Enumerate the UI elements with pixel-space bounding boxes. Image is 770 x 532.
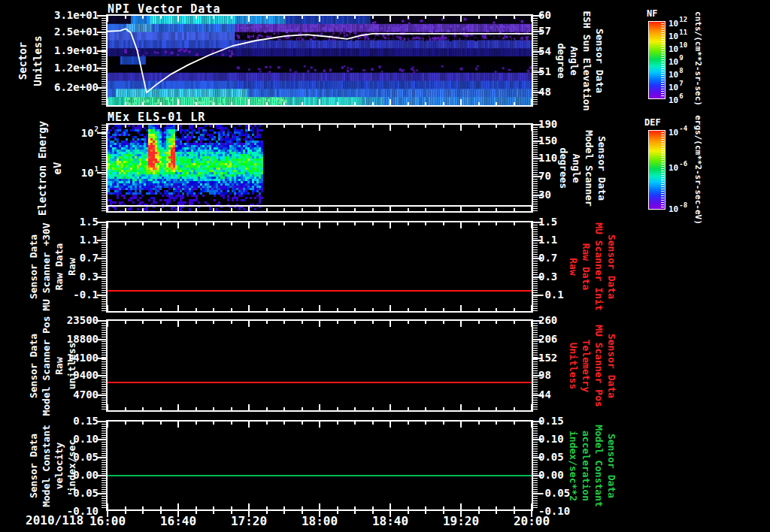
x-tick-top [196, 16, 197, 19]
y-axis-title-left-panel4: Sensor Data Model Scanner Pos Raw unitle… [27, 316, 78, 416]
x-tick-top [408, 321, 409, 324]
y-minor-ticks-right [533, 422, 538, 509]
x-tick-top [231, 125, 232, 128]
x-axis-tick [460, 511, 462, 517]
x-tick-top [390, 125, 391, 131]
x-tick-bottom [177, 205, 179, 211]
x-tick-top [337, 125, 338, 128]
y-axis-title-right-panel2: Sensor Data Model Scanner Angle degrees [557, 130, 608, 207]
x-tick-bottom [231, 208, 232, 211]
x-tick-top [425, 422, 426, 425]
data-line-panel5 [108, 475, 532, 476]
y-tick-label-right: 110 [538, 152, 557, 164]
x-tick-top [372, 125, 374, 128]
x-tick-bottom [142, 102, 144, 105]
x-tick-bottom [213, 102, 214, 105]
x-tick-top [248, 125, 250, 131]
x-tick-top [496, 16, 497, 19]
x-axis-tick [142, 511, 144, 514]
x-tick-top [319, 16, 320, 22]
x-axis-tick [283, 511, 285, 514]
x-tick-top [425, 321, 426, 324]
x-tick-top [408, 222, 409, 225]
x-tick-top [177, 422, 179, 428]
x-tick-top [425, 222, 426, 225]
x-tick-bottom [248, 404, 250, 410]
x-tick-bottom [302, 102, 303, 105]
y-tick-label-right: 54 [538, 45, 551, 57]
x-tick-bottom [266, 102, 268, 105]
x-tick-bottom [107, 205, 108, 211]
y-tick-label-right: 0.10 [538, 433, 564, 445]
x-axis-tick [531, 511, 532, 517]
x-axis-tick [390, 511, 391, 517]
x-tick-bottom [302, 407, 303, 410]
colorbar-tick-label: 106 [668, 93, 684, 105]
x-tick-bottom [408, 308, 409, 311]
x-tick-bottom [337, 208, 338, 211]
x-axis-tick [514, 511, 515, 514]
x-tick-top [283, 422, 285, 425]
x-tick-top [478, 125, 480, 128]
x-tick-bottom [354, 407, 356, 410]
x-axis-tick [408, 511, 409, 514]
x-tick-top [107, 321, 108, 327]
x-axis-tick [125, 511, 126, 514]
figure-root: NPI Vector Data MEx ELS-01 LR 2010/118 N… [0, 0, 770, 532]
x-tick-top [531, 321, 532, 327]
x-tick-top [283, 125, 285, 128]
x-tick-top [354, 422, 356, 425]
x-tick-top [425, 125, 426, 128]
y-axis-title-left-panel1: Sector Unitless [15, 35, 45, 86]
x-tick-bottom [443, 308, 444, 311]
colorbar-def-title: DEF [644, 118, 661, 128]
x-tick-top [248, 321, 250, 327]
x-tick-top [514, 321, 515, 324]
x-tick-top [460, 125, 462, 131]
x-tick-top [514, 16, 515, 19]
x-tick-top [390, 16, 391, 22]
x-tick-bottom [408, 208, 409, 211]
x-tick-top [478, 422, 480, 425]
x-tick-bottom [125, 308, 126, 311]
x-tick-top [160, 321, 162, 324]
x-tick-bottom [531, 503, 532, 509]
x-tick-top [142, 16, 144, 19]
colorbar-tick-label: 1012 [668, 17, 687, 29]
x-tick-top [443, 125, 444, 128]
x-tick-bottom [107, 99, 108, 105]
x-tick-bottom [319, 305, 320, 311]
x-tick-top [142, 125, 144, 128]
x-tick-bottom [372, 308, 374, 311]
x-tick-top [496, 125, 497, 128]
x-tick-bottom [283, 506, 285, 509]
colorbar-tick-label: 1011 [668, 29, 687, 41]
y-tick-label-right: 150 [538, 135, 557, 147]
x-tick-top [302, 222, 303, 225]
data-line-panel3 [108, 290, 532, 292]
exponent: -4 [679, 125, 687, 132]
x-tick-top [514, 422, 515, 425]
x-tick-top [231, 321, 232, 324]
x-tick-bottom [319, 205, 320, 211]
x-tick-bottom [460, 503, 462, 509]
y-tick-label-right: 60 [538, 9, 551, 21]
x-tick-bottom [390, 205, 391, 211]
x-tick-top [125, 125, 126, 128]
y-axis-title-right-panel4: Sensor Data MU Scanner Pos Telemetry Uni… [567, 325, 618, 407]
y-axis-title-right-panel3: Sensor Data MU Scanner Init Raw Data Raw [567, 222, 618, 310]
x-tick-bottom [107, 305, 108, 311]
x-tick-bottom [443, 506, 444, 509]
x-tick-top [302, 125, 303, 128]
colorbar-minor-ticks [661, 130, 664, 208]
x-tick-top [125, 16, 126, 19]
x-tick-top [354, 222, 356, 225]
x-axis-tick [231, 511, 232, 514]
y-tick-label-right: 0.05 [538, 451, 564, 463]
x-tick-top [372, 422, 374, 425]
x-tick-bottom [266, 208, 268, 211]
x-tick-bottom [213, 308, 214, 311]
x-axis-tick [319, 511, 320, 517]
x-tick-top [319, 125, 320, 131]
x-tick-top [177, 16, 179, 22]
